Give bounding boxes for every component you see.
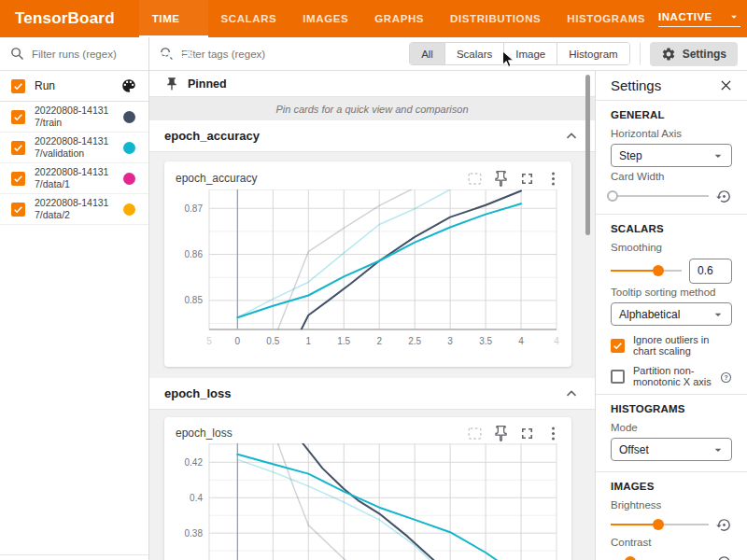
run-row[interactable]: 20220808-141317/data/1	[0, 163, 148, 194]
main-scrollbar-thumb[interactable]	[585, 75, 590, 235]
section-header-epoch-accuracy[interactable]: epoch_accuracy	[149, 120, 595, 152]
more-options-icon[interactable]	[544, 170, 562, 188]
svg-text:5: 5	[206, 336, 212, 346]
histogram-mode-select[interactable]: Offset	[611, 438, 732, 461]
svg-text:2.5: 2.5	[408, 336, 421, 346]
run-checkbox[interactable]	[11, 110, 25, 124]
pin-icon	[164, 77, 179, 91]
run-row[interactable]: 20220808-141317/data/2	[0, 194, 148, 225]
horizontal-axis-value: Step	[619, 149, 711, 162]
navbar-actions: INACTIVE	[658, 0, 747, 37]
svg-text:0.85: 0.85	[185, 295, 204, 305]
more-options-icon[interactable]	[544, 425, 562, 442]
ignore-outliers-checkbox[interactable]	[611, 339, 625, 353]
nav-tab-scalars[interactable]: SCALARS	[208, 0, 290, 37]
runs-sidebar: Run 20220808-141317/train20220808-141317…	[0, 37, 149, 560]
pin-card-icon[interactable]	[492, 425, 510, 442]
svg-text:0.38: 0.38	[185, 528, 204, 539]
top-navbar: TensorBoard TIME SERIESSCALARSIMAGESGRAP…	[0, 0, 747, 37]
tooltip-sorting-value: Alphabetical	[619, 308, 711, 321]
filter-chip-scalars[interactable]: Scalars	[444, 43, 503, 64]
chevron-up-icon[interactable]	[563, 128, 580, 145]
select-all-runs-checkbox[interactable]	[11, 79, 25, 93]
run-color-dot	[123, 203, 135, 216]
filter-chip-histogram[interactable]: Histogram	[557, 43, 628, 64]
runs-column-header: Run	[0, 71, 148, 102]
settings-button[interactable]: Settings	[650, 42, 738, 66]
svg-text:4: 4	[554, 336, 559, 346]
images-heading: IMAGES	[611, 481, 732, 492]
toolbar-divider	[640, 43, 641, 65]
settings-scalars-section: SCALARS Smoothing Tooltip sorting method…	[596, 215, 747, 394]
filter-chip-image[interactable]: Image	[503, 43, 557, 64]
card-title: epoch_loss	[176, 427, 458, 440]
svg-text:0: 0	[235, 336, 241, 346]
horizontal-axis-select[interactable]: Step	[611, 144, 732, 167]
run-checkbox[interactable]	[11, 172, 25, 186]
svg-text:1.5: 1.5	[337, 336, 350, 346]
tag-type-filter-group: AllScalarsImageHistogram	[409, 42, 630, 65]
settings-panel-title: Settings	[611, 77, 661, 93]
settings-histograms-section: HISTOGRAMS Mode Offset	[596, 395, 747, 471]
card-width-label: Card Width	[611, 171, 732, 182]
run-status-dropdown[interactable]: INACTIVE	[658, 10, 740, 27]
histogram-mode-value: Offset	[619, 443, 711, 456]
contrast-slider[interactable]	[611, 555, 709, 560]
tooltip-sorting-select[interactable]: Alphabetical	[611, 302, 732, 326]
fullscreen-icon[interactable]	[518, 170, 536, 188]
gear-icon	[661, 47, 676, 62]
scalar-card-epoch-accuracy: epoch_accuracy 0.850.860.8700.511.522.53…	[164, 161, 571, 367]
fit-domain-icon[interactable]	[466, 170, 484, 188]
nav-tab-histograms[interactable]: HISTOGRAMS	[554, 0, 658, 37]
chevron-down-icon	[711, 148, 726, 163]
section-title: epoch_loss	[164, 386, 563, 400]
close-icon[interactable]	[718, 77, 734, 93]
brightness-label: Brightness	[611, 499, 732, 511]
svg-text:1: 1	[306, 336, 312, 346]
epoch-accuracy-chart[interactable]: 0.850.860.8700.511.522.533.5454	[164, 188, 571, 367]
tags-filter-input[interactable]	[181, 49, 368, 60]
run-row[interactable]: 20220808-141317/train	[0, 102, 148, 133]
runs-list: 20220808-141317/train20220808-141317/val…	[0, 102, 148, 225]
pinned-hint-text: Pin cards for a quick view and compariso…	[275, 104, 468, 115]
reset-icon[interactable]	[716, 517, 732, 533]
fullscreen-icon[interactable]	[518, 425, 536, 442]
fit-domain-icon[interactable]	[466, 425, 484, 442]
pinned-empty-hint: Pin cards for a quick view and compariso…	[149, 97, 595, 120]
section-header-epoch-loss[interactable]: epoch_loss	[149, 378, 595, 410]
card-header: epoch_loss	[164, 417, 571, 441]
run-checkbox[interactable]	[11, 141, 25, 155]
brightness-slider[interactable]	[611, 518, 709, 531]
nav-tab-time-series[interactable]: TIME SERIES	[139, 0, 208, 37]
tensorboard-app: TensorBoard TIME SERIESSCALARSIMAGESGRAP…	[0, 0, 747, 560]
partition-x-axis-checkbox[interactable]	[611, 370, 625, 384]
help-icon[interactable]	[720, 371, 732, 383]
svg-text:0.4: 0.4	[190, 493, 203, 503]
tensorboard-logo: TensorBoard	[0, 0, 139, 37]
svg-text:3: 3	[447, 336, 453, 346]
settings-general-section: GENERAL Horizontal Axis Step Card Width	[596, 101, 747, 214]
runs-filter-input[interactable]	[32, 49, 139, 60]
card-width-slider[interactable]	[611, 189, 709, 203]
smoothing-value-input[interactable]	[689, 259, 732, 284]
filter-chip-all[interactable]: All	[410, 43, 444, 64]
nav-tab-graphs[interactable]: GRAPHS	[361, 0, 437, 37]
run-row[interactable]: 20220808-141317/validation	[0, 133, 148, 163]
svg-text:0.86: 0.86	[185, 249, 204, 259]
run-name: 20220808-141317/train	[35, 105, 114, 129]
reset-icon[interactable]	[716, 554, 732, 560]
histogram-mode-label: Mode	[611, 422, 732, 433]
nav-tab-distributions[interactable]: DISTRIBUTIONS	[437, 0, 554, 37]
reset-icon[interactable]	[716, 189, 732, 204]
run-name: 20220808-141317/validation	[35, 135, 114, 160]
chevron-down-icon	[711, 442, 726, 457]
run-checkbox[interactable]	[11, 203, 25, 217]
run-color-dot	[123, 173, 135, 185]
chevron-up-icon[interactable]	[563, 385, 580, 402]
general-heading: GENERAL	[611, 109, 732, 120]
pin-card-icon[interactable]	[492, 170, 510, 188]
run-color-dot	[123, 111, 135, 123]
epoch-loss-chart[interactable]: 0.360.380.40.42	[164, 441, 571, 560]
nav-tab-images[interactable]: IMAGES	[289, 0, 361, 37]
smoothing-slider[interactable]	[611, 264, 682, 277]
